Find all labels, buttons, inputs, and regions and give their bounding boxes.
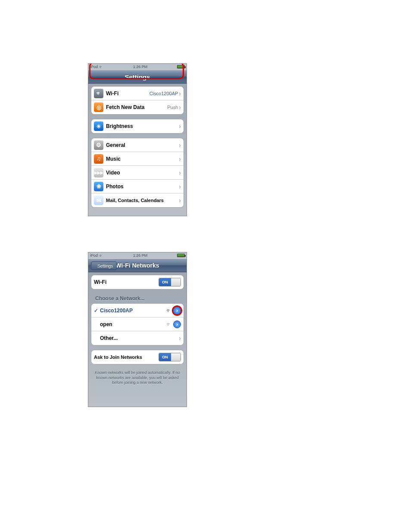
row-mail-contacts-calendars[interactable]: ✉ Mail, Contacts, Calendars ›: [91, 193, 184, 207]
page-title: Settings: [125, 73, 150, 81]
video-icon: ▸▸▸: [94, 168, 103, 177]
row-label: Mail, Contacts, Calendars: [106, 198, 179, 203]
network-row-cisco1200ap[interactable]: ✓ Cisco1200AP ᯤ ›: [91, 304, 184, 317]
chevron-right-icon: ›: [179, 156, 181, 162]
row-label: Ask to Join Networks: [94, 355, 159, 360]
chevron-right-icon: ›: [179, 104, 181, 111]
wifi-networks-screen: iPod ᯤ 1:26 PM Settings Wi-Fi Networks W…: [88, 252, 187, 407]
wifi-toggle[interactable]: ON: [159, 278, 181, 286]
row-label: Video: [106, 170, 179, 176]
back-button-label: Settings: [97, 264, 113, 268]
battery-icon: [177, 254, 185, 257]
signal-icon: ᯤ: [166, 321, 171, 327]
row-label: Wi-Fi: [106, 90, 149, 96]
carrier-label: iPod: [90, 65, 98, 69]
toggle-on-label: ON: [159, 278, 171, 286]
row-label: Photos: [106, 184, 179, 190]
nav-bar: Settings Wi-Fi Networks: [88, 258, 187, 272]
signal-icon: ᯤ: [166, 308, 171, 314]
clock: 1:26 PM: [133, 65, 148, 69]
network-row-open[interactable]: ✓ open ᯤ ›: [91, 317, 184, 331]
gear-icon: ⚙: [94, 140, 103, 150]
row-value: Cisco1200AP: [149, 91, 178, 96]
music-icon: ♫: [94, 154, 103, 164]
carrier-label: iPod: [90, 253, 98, 258]
row-general[interactable]: ⚙ General ›: [91, 138, 184, 152]
chevron-right-icon: ›: [179, 90, 181, 97]
chevron-right-icon: ›: [179, 183, 181, 190]
page-title: Wi-Fi Networks: [116, 262, 159, 269]
status-bar: iPod ᯤ 1:26 PM: [88, 252, 187, 258]
chevron-right-icon: ›: [179, 335, 181, 342]
row-photos[interactable]: ❀ Photos ›: [91, 180, 184, 193]
wifi-icon: ᯤ: [99, 253, 103, 258]
row-music[interactable]: ♫ Music ›: [91, 152, 184, 166]
chevron-right-icon: ›: [179, 169, 181, 176]
toggle-knob: [171, 278, 181, 286]
row-brightness[interactable]: ☀ Brightness ›: [91, 119, 184, 133]
network-name: open: [100, 321, 112, 327]
toggle-knob: [171, 353, 181, 361]
settings-screen: iPod ᯤ 1:26 PM Settings ᯤ Wi-Fi Cisco120…: [88, 63, 187, 216]
chevron-right-icon: ›: [179, 197, 181, 204]
networks-group: ✓ Cisco1200AP ᯤ › ✓ open ᯤ › ✓ Other... …: [91, 303, 184, 345]
network-detail-button[interactable]: ›: [173, 320, 181, 328]
row-label: Brightness: [106, 123, 179, 129]
choose-network-header: Choose a Network...: [91, 294, 184, 303]
row-wifi[interactable]: ᯤ Wi-Fi Cisco1200AP ›: [91, 87, 184, 100]
clock: 1:26 PM: [133, 253, 148, 258]
mail-icon: ✉: [94, 196, 103, 205]
row-fetch-new-data[interactable]: ◎ Fetch New Data Push ›: [91, 100, 184, 114]
settings-group-network: ᯤ Wi-Fi Cisco1200AP › ◎ Fetch New Data P…: [91, 86, 184, 115]
row-label: Wi-Fi: [94, 279, 159, 285]
nav-bar: Settings: [88, 70, 187, 84]
row-label: General: [106, 142, 179, 148]
settings-group-general: ⚙ General › ♫ Music › ▸▸▸ Video › ❀ Phot…: [91, 138, 184, 208]
toggle-on-label: ON: [159, 353, 171, 361]
back-button[interactable]: Settings: [91, 261, 117, 270]
row-label: Music: [106, 156, 179, 162]
footer-note: Known networks will be joined automatica…: [91, 369, 184, 387]
ask-join-group: Ask to Join Networks ON: [91, 350, 184, 364]
brightness-icon: ☀: [94, 121, 103, 131]
wifi-toggle-row: Wi-Fi ON: [91, 275, 184, 289]
row-video[interactable]: ▸▸▸ Video ›: [91, 166, 184, 180]
row-label: Other...: [100, 335, 179, 341]
settings-group-display: ☀ Brightness ›: [91, 119, 184, 134]
other-network-row[interactable]: ✓ Other... ›: [91, 331, 184, 345]
wifi-icon: ᯤ: [99, 65, 103, 69]
row-label: Fetch New Data: [106, 104, 167, 110]
chevron-right-icon: ›: [179, 142, 181, 149]
ask-to-join-row: Ask to Join Networks ON: [91, 350, 184, 364]
network-name: Cisco1200AP: [100, 308, 133, 314]
status-bar: iPod ᯤ 1:26 PM: [88, 64, 187, 70]
fetch-icon: ◎: [94, 103, 103, 112]
wifi-icon: ᯤ: [94, 89, 103, 98]
checkmark-icon: ✓: [94, 308, 98, 314]
battery-icon: [177, 65, 185, 68]
ask-to-join-toggle[interactable]: ON: [159, 353, 181, 361]
network-detail-button[interactable]: ›: [173, 307, 181, 314]
wifi-toggle-group: Wi-Fi ON: [91, 275, 184, 289]
photos-icon: ❀: [94, 182, 103, 191]
row-value: Push: [167, 105, 178, 110]
chevron-right-icon: ›: [179, 123, 181, 130]
